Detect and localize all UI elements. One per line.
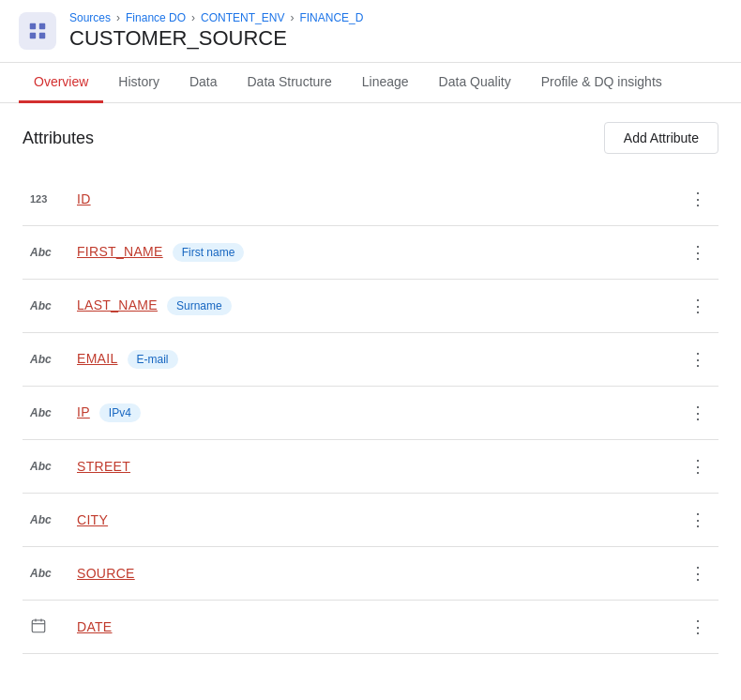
attribute-type: Abc [23,280,69,333]
attribute-menu-cell: ⋮ [677,547,718,601]
attribute-menu-button[interactable]: ⋮ [685,293,711,319]
attribute-name[interactable]: EMAIL [77,351,118,366]
tab-overview[interactable]: Overview [19,63,103,103]
attribute-menu-button[interactable]: ⋮ [685,560,711,586]
breadcrumb-finance-d[interactable]: FINANCE_D [299,11,363,24]
attribute-menu-button[interactable]: ⋮ [685,186,711,212]
svg-rect-1 [39,23,45,29]
attribute-menu-cell: ⋮ [677,333,718,387]
table-row: Abc SOURCE ⋮ [23,547,718,601]
attribute-type: Abc [23,333,69,387]
table-row: 123 ID ⋮ [23,173,718,226]
table-row: Abc STREET ⋮ [23,440,718,494]
breadcrumb-sep-2: › [191,11,195,24]
svg-rect-0 [30,23,36,29]
tab-history[interactable]: History [103,63,174,103]
svg-rect-3 [39,33,45,38]
attribute-type: Abc [23,547,69,601]
attributes-title: Attributes [23,129,94,148]
table-row: Abc IPIPv4 ⋮ [23,387,718,440]
attribute-type: 123 [23,173,69,226]
attribute-menu-cell: ⋮ [677,494,718,547]
attribute-type: Abc [23,440,69,494]
table-row: Abc FIRST_NAMEFirst name ⋮ [23,226,718,280]
attribute-menu-cell: ⋮ [677,601,718,654]
add-attribute-button[interactable]: Add Attribute [604,122,718,154]
attribute-type: Abc [23,387,69,440]
attribute-badge: IPv4 [99,403,141,422]
attribute-badge: First name [173,243,245,262]
type-icon-text: Abc [30,567,52,580]
attribute-name[interactable]: ID [77,191,91,206]
attributes-header: Attributes Add Attribute [23,122,718,154]
attribute-menu-button[interactable]: ⋮ [685,400,711,426]
page-title: CUSTOMER_SOURCE [69,26,363,51]
attribute-badge: Surname [167,297,232,315]
attribute-name-cell: FIRST_NAMEFirst name [69,226,677,280]
main-content: Attributes Add Attribute 123 ID ⋮ Abc FI… [0,103,741,673]
svg-rect-4 [32,620,45,632]
attribute-menu-cell: ⋮ [677,226,718,280]
attribute-name-cell: ID [69,173,677,226]
attribute-type: Abc [23,494,69,547]
attribute-name[interactable]: FIRST_NAME [77,244,163,259]
attribute-menu-cell: ⋮ [677,280,718,333]
attributes-table: 123 ID ⋮ Abc FIRST_NAMEFirst name ⋮ Abc … [23,173,718,654]
attribute-menu-button[interactable]: ⋮ [685,453,711,479]
attribute-menu-cell: ⋮ [677,173,718,226]
attribute-name[interactable]: SOURCE [77,566,135,581]
app-icon [19,12,56,50]
page-header: Sources › Finance DO › CONTENT_ENV › FIN… [0,0,741,63]
table-row: Abc CITY ⋮ [23,494,718,547]
type-icon-text: Abc [30,406,52,419]
attribute-name-cell: IPIPv4 [69,387,677,440]
breadcrumb-content-env[interactable]: CONTENT_ENV [201,11,284,24]
attribute-name-cell: DATE [69,601,677,654]
breadcrumb-sep-1: › [116,11,120,24]
svg-rect-2 [30,33,36,38]
attribute-name-cell: CITY [69,494,677,547]
attribute-type [23,601,69,654]
attribute-menu-button[interactable]: ⋮ [685,239,711,266]
tab-data-quality[interactable]: Data Quality [424,63,526,103]
attribute-menu-button[interactable]: ⋮ [685,346,711,373]
attribute-name[interactable]: IP [77,404,90,419]
breadcrumb-sep-3: › [290,11,294,24]
breadcrumb-sources[interactable]: Sources [69,11,111,24]
breadcrumb-finance-do[interactable]: Finance DO [126,11,186,24]
type-icon-numeric: 123 [30,193,47,205]
table-row: Abc EMAILE-mail ⋮ [23,333,718,387]
table-row: DATE ⋮ [23,601,718,654]
attribute-name-cell: LAST_NAMESurname [69,280,677,333]
attribute-name[interactable]: LAST_NAME [77,297,158,312]
type-icon-date [30,624,47,637]
type-icon-text: Abc [30,460,52,473]
attribute-name-cell: STREET [69,440,677,494]
tab-bar: Overview History Data Data Structure Lin… [0,63,741,103]
type-icon-text: Abc [30,513,52,526]
attribute-name[interactable]: STREET [77,459,130,474]
tab-data[interactable]: Data [174,63,233,103]
type-icon-text: Abc [30,299,52,312]
type-icon-text: Abc [30,353,52,366]
attribute-type: Abc [23,226,69,280]
attribute-name[interactable]: CITY [77,512,108,527]
breadcrumb: Sources › Finance DO › CONTENT_ENV › FIN… [69,11,363,24]
attribute-menu-button[interactable]: ⋮ [685,614,711,640]
tab-data-structure[interactable]: Data Structure [233,63,347,103]
attribute-menu-cell: ⋮ [677,440,718,494]
table-row: Abc LAST_NAMESurname ⋮ [23,280,718,333]
attribute-menu-cell: ⋮ [677,387,718,440]
attribute-name-cell: SOURCE [69,547,677,601]
tab-lineage[interactable]: Lineage [347,63,424,103]
attribute-badge: E-mail [128,350,178,369]
tab-profile-dq[interactable]: Profile & DQ insights [526,63,677,103]
attribute-name[interactable]: DATE [77,619,113,634]
attribute-menu-button[interactable]: ⋮ [685,507,711,533]
type-icon-text: Abc [30,246,52,259]
header-text: Sources › Finance DO › CONTENT_ENV › FIN… [69,11,363,51]
attribute-name-cell: EMAILE-mail [69,333,677,387]
